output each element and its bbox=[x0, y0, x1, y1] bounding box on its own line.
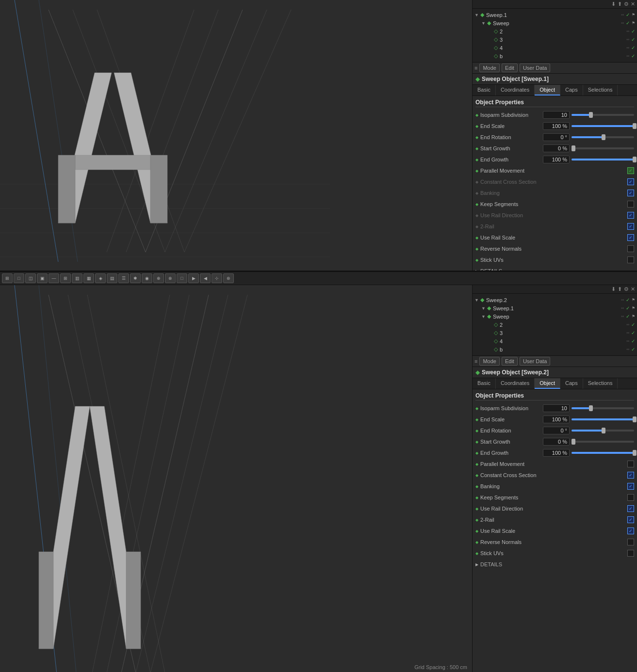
edit-button-b[interactable]: Edit bbox=[502, 357, 518, 366]
tab-selections[interactable]: Selections bbox=[583, 378, 618, 389]
prop-value-2[interactable]: 0 ° bbox=[543, 427, 570, 434]
tree-item-2[interactable]: ◇2◦◦✓ bbox=[473, 27, 637, 35]
prop-slider-0[interactable] bbox=[572, 114, 634, 116]
prop-slider-3[interactable] bbox=[572, 441, 634, 443]
icon-up[interactable]: ⬆ bbox=[618, 1, 622, 7]
tree-item-2[interactable]: ▼◆Sweep◦◦✓⚑ bbox=[473, 312, 637, 320]
toolbar-btn-9[interactable]: ▤ bbox=[107, 273, 117, 283]
edit-button[interactable]: Edit bbox=[502, 64, 518, 72]
tree-item-3[interactable]: ◇2◦◦✓ bbox=[473, 320, 637, 329]
tab-basic[interactable]: Basic bbox=[473, 378, 496, 389]
tree-item-1[interactable]: ▼◆Sweep◦◦✓⚑ bbox=[473, 19, 637, 27]
toolbar-btn-19[interactable]: ⊛ bbox=[223, 273, 234, 283]
prop-value-4[interactable]: 100 % bbox=[543, 156, 570, 163]
tree-item-5[interactable]: ◇4◦◦✓ bbox=[473, 337, 637, 345]
prop-checkbox-7[interactable] bbox=[627, 190, 634, 196]
prop-checkbox-9[interactable] bbox=[627, 212, 634, 219]
icon-up-b[interactable]: ⬆ bbox=[618, 286, 622, 292]
toolbar-btn-15[interactable]: □ bbox=[177, 273, 187, 283]
tree-item-3[interactable]: ◇3◦◦✓ bbox=[473, 35, 637, 44]
icon-settings[interactable]: ⚙ bbox=[624, 1, 629, 7]
prop-slider-4[interactable] bbox=[572, 159, 634, 160]
prop-slider-0[interactable] bbox=[572, 407, 634, 409]
tree-item-4[interactable]: ◇4◦◦✓ bbox=[473, 44, 637, 52]
icon-download-b[interactable]: ⬇ bbox=[611, 286, 616, 292]
toolbar-btn-11[interactable]: ✱ bbox=[130, 273, 141, 283]
tab-basic[interactable]: Basic bbox=[473, 85, 496, 96]
tab-object[interactable]: Object bbox=[535, 378, 560, 389]
prop-slider-1[interactable] bbox=[572, 418, 634, 420]
toolbar-btn-7[interactable]: ▦ bbox=[83, 273, 94, 283]
icon-close-b[interactable]: ✕ bbox=[631, 286, 635, 292]
toolbar-btn-18[interactable]: ⊹ bbox=[212, 273, 222, 283]
tree-item-6[interactable]: ◇b◦◦✓ bbox=[473, 345, 637, 353]
prop-value-0[interactable]: 10 bbox=[543, 404, 570, 412]
toolbar-btn-4[interactable]: — bbox=[49, 273, 59, 283]
top-viewport[interactable]: ptions Filter Panel Default Camera bbox=[0, 0, 472, 271]
prop-checkbox-10[interactable] bbox=[627, 516, 634, 523]
toolbar-btn-8[interactable]: ◈ bbox=[95, 273, 106, 283]
toolbar-btn-16[interactable]: ▶ bbox=[188, 273, 199, 283]
toolbar-btn-17[interactable]: ◀ bbox=[200, 273, 211, 283]
prop-slider-4[interactable] bbox=[572, 452, 634, 454]
prop-slider-2[interactable] bbox=[572, 430, 634, 432]
prop-checkbox-8[interactable] bbox=[627, 201, 634, 208]
prop-checkbox-9[interactable] bbox=[627, 505, 634, 512]
toolbar-btn-10[interactable]: ☰ bbox=[118, 273, 129, 283]
tab-selections[interactable]: Selections bbox=[583, 85, 618, 96]
prop-value-3[interactable]: 0 % bbox=[543, 438, 570, 446]
prop-checkbox-13[interactable] bbox=[627, 256, 634, 263]
tab-coordinates[interactable]: Coordinates bbox=[496, 85, 535, 96]
tree-item-4[interactable]: ◇3◦◦✓ bbox=[473, 329, 637, 337]
prop-slider-1[interactable] bbox=[572, 125, 634, 127]
toolbar-btn-1[interactable]: □ bbox=[14, 273, 24, 283]
tab-caps[interactable]: Caps bbox=[560, 378, 583, 389]
icon-download[interactable]: ⬇ bbox=[611, 1, 616, 7]
top-details-row[interactable]: DETAILS bbox=[475, 266, 634, 271]
prop-checkbox-12[interactable] bbox=[627, 245, 634, 252]
icon-close[interactable]: ✕ bbox=[631, 1, 635, 7]
toolbar-btn-2[interactable]: ◫ bbox=[25, 273, 36, 283]
prop-checkbox-11[interactable] bbox=[627, 234, 634, 241]
tree-item-0[interactable]: ▼◆Sweep.1◦◦✓⚑ bbox=[473, 11, 637, 19]
prop-value-0[interactable]: 10 bbox=[543, 111, 570, 119]
toolbar-btn-13[interactable]: ⊕ bbox=[153, 273, 164, 283]
toolbar-btn-12[interactable]: ◉ bbox=[142, 273, 152, 283]
prop-value-4[interactable]: 100 % bbox=[543, 449, 570, 457]
prop-checkbox-12[interactable] bbox=[627, 539, 634, 545]
prop-value-2[interactable]: 0 ° bbox=[543, 133, 570, 141]
icon-settings-b[interactable]: ⚙ bbox=[624, 286, 629, 292]
prop-checkbox-5[interactable] bbox=[627, 461, 634, 467]
tree-item-0[interactable]: ▼◆Sweep.2◦◦✓⚑ bbox=[473, 296, 637, 304]
tree-item-1[interactable]: ▼◆Sweep.1◦◦✓⚑ bbox=[473, 304, 637, 312]
toolbar-btn-14[interactable]: ⊗ bbox=[165, 273, 176, 283]
toolbar-btn-6[interactable]: ▥ bbox=[72, 273, 82, 283]
prop-checkbox-8[interactable] bbox=[627, 494, 634, 501]
prop-diamond-3: ◆ bbox=[475, 440, 478, 444]
prop-slider-3[interactable] bbox=[572, 147, 634, 149]
mode-button-b[interactable]: Mode bbox=[479, 357, 500, 366]
toolbar-btn-3[interactable]: ▣ bbox=[37, 273, 48, 283]
prop-value-1[interactable]: 100 % bbox=[543, 122, 570, 130]
tab-caps[interactable]: Caps bbox=[560, 85, 583, 96]
prop-checkbox-5[interactable] bbox=[627, 167, 634, 174]
prop-checkbox-6[interactable] bbox=[627, 472, 634, 479]
prop-slider-2[interactable] bbox=[572, 136, 634, 138]
toolbar-btn-5[interactable]: ⊞ bbox=[60, 273, 71, 283]
tab-coordinates[interactable]: Coordinates bbox=[496, 378, 535, 389]
toolbar-btn-0[interactable]: ⊞ bbox=[2, 273, 13, 283]
user-data-button[interactable]: User Data bbox=[520, 64, 551, 72]
tab-object[interactable]: Object bbox=[535, 85, 560, 96]
mode-button[interactable]: Mode bbox=[479, 64, 500, 72]
prop-checkbox-7[interactable] bbox=[627, 483, 634, 490]
prop-checkbox-13[interactable] bbox=[627, 550, 634, 557]
bottom-viewport[interactable]: ptions Filter Panel Default Camera bbox=[0, 285, 472, 672]
prop-value-3[interactable]: 0 % bbox=[543, 144, 570, 152]
prop-checkbox-6[interactable] bbox=[627, 178, 634, 185]
bottom-details-row[interactable]: DETAILS bbox=[475, 560, 634, 569]
prop-checkbox-10[interactable] bbox=[627, 223, 634, 230]
prop-value-1[interactable]: 100 % bbox=[543, 416, 570, 423]
user-data-button-b[interactable]: User Data bbox=[520, 357, 551, 366]
prop-checkbox-11[interactable] bbox=[627, 528, 634, 534]
tree-item-5[interactable]: ◇b◦◦✓ bbox=[473, 52, 637, 60]
